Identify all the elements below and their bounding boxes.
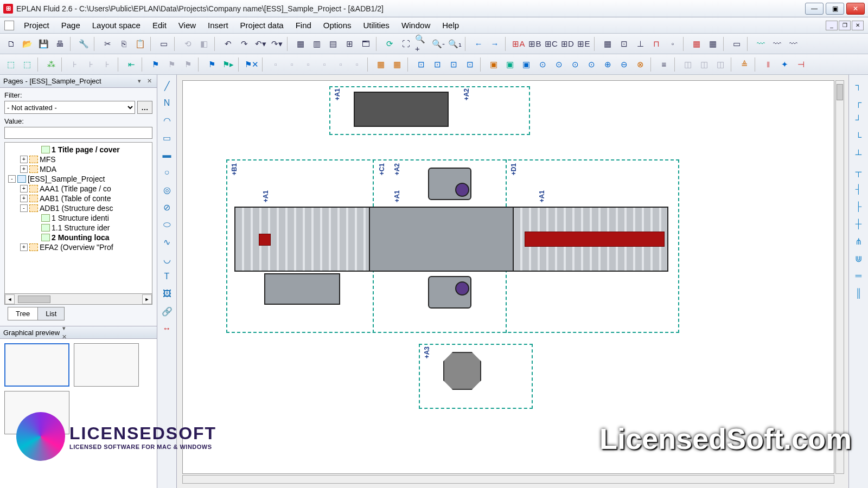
part-8-button[interactable]: ⊕: [600, 57, 615, 72]
filter-select[interactable]: - Not activated -: [4, 101, 135, 114]
settings-button[interactable]: 🔧: [76, 36, 91, 52]
report-button[interactable]: ≡: [656, 57, 672, 72]
mdi-minimize-button[interactable]: _: [826, 21, 838, 30]
valve-button[interactable]: ≜: [737, 57, 752, 72]
expand-icon[interactable]: +: [20, 243, 28, 251]
branch-icon[interactable]: ⋔: [852, 234, 866, 248]
macro-4-button[interactable]: ▫: [317, 57, 332, 72]
conn-se-icon[interactable]: └: [852, 130, 866, 144]
t-left-icon[interactable]: ┤: [852, 182, 866, 196]
part-4-button[interactable]: ⊙: [535, 57, 550, 72]
scroll-left-icon[interactable]: ◄: [5, 294, 15, 304]
open-button[interactable]: 📂: [20, 36, 35, 52]
flag-go-button[interactable]: ⚑▸: [220, 57, 235, 72]
macro-1-button[interactable]: ▫: [268, 57, 283, 72]
circle-tool-icon[interactable]: ○: [159, 165, 175, 180]
signal3-button[interactable]: 〰: [786, 36, 801, 52]
close-button[interactable]: ✕: [846, 3, 865, 15]
rect-tool-icon[interactable]: ▭: [159, 130, 175, 145]
value-input[interactable]: [4, 127, 152, 139]
menu-utilities[interactable]: Utilities: [358, 19, 395, 31]
bus-icon[interactable]: ═: [852, 269, 866, 283]
flag-3-button[interactable]: ⚑: [180, 57, 195, 72]
flag-x-button[interactable]: ⚑✕: [244, 57, 259, 72]
window-button[interactable]: 🗔: [358, 36, 373, 52]
zoom-window-button[interactable]: ⛶: [398, 36, 413, 52]
tab-tree[interactable]: Tree: [8, 307, 38, 320]
macro-3-button[interactable]: ▫: [301, 57, 316, 72]
nav-pages-button[interactable]: ⬚: [3, 57, 18, 72]
xtra1-button[interactable]: ◫: [680, 57, 695, 72]
nav-pages2-button[interactable]: ⬚: [20, 57, 35, 72]
nav-fwd-button[interactable]: →: [487, 36, 502, 52]
expand-icon[interactable]: +: [20, 165, 28, 173]
signal2-button[interactable]: 〰: [769, 36, 784, 52]
dimension-tool-icon[interactable]: ↔: [159, 321, 175, 336]
grid2-button[interactable]: ▥: [309, 36, 324, 52]
filter-more-button[interactable]: …: [137, 101, 152, 114]
wire-b-button[interactable]: ✦: [777, 57, 792, 72]
canvas-vscroll[interactable]: [835, 80, 844, 474]
save-button[interactable]: 💾: [36, 36, 51, 52]
layer-2-button[interactable]: ▦: [705, 36, 720, 52]
branch2-icon[interactable]: ⋓: [852, 252, 866, 266]
grid-snap-button[interactable]: ▦: [600, 36, 615, 52]
t-right-icon[interactable]: ├: [852, 200, 866, 214]
tree-row[interactable]: -ADB1 (Structure desc: [5, 203, 152, 213]
menu-edit[interactable]: Edit: [147, 19, 172, 31]
wire-g-button[interactable]: ⊣: [793, 57, 808, 72]
tree-row[interactable]: +AAB1 (Table of conte: [5, 194, 152, 203]
menu-options[interactable]: Options: [318, 19, 357, 31]
diagonal-tool-icon[interactable]: ⊘: [159, 200, 175, 215]
menu-view[interactable]: View: [173, 19, 201, 31]
comp-4-button[interactable]: ⊡: [462, 57, 477, 72]
macro-6-button[interactable]: ▫: [349, 57, 365, 72]
menu-layoutspace[interactable]: Layout space: [87, 19, 146, 31]
preview-thumb[interactable]: [4, 343, 69, 387]
cut-button[interactable]: ✂: [100, 36, 115, 52]
sym-1-button[interactable]: ▦: [373, 57, 388, 72]
menu-project[interactable]: Project: [18, 19, 55, 31]
copy-button[interactable]: ⎘: [116, 36, 131, 52]
tree-scrollbar[interactable]: ◄ ►: [4, 294, 152, 305]
menu-window[interactable]: Window: [396, 19, 436, 31]
scroll-right-icon[interactable]: ►: [142, 294, 152, 304]
arc-tool-icon[interactable]: ◠: [159, 113, 175, 128]
nav-back-button[interactable]: ←: [471, 36, 486, 52]
arc2-tool-icon[interactable]: ◡: [159, 252, 175, 267]
menu-help[interactable]: Help: [437, 19, 464, 31]
new-button[interactable]: 🗋: [3, 36, 18, 52]
sym-2-button[interactable]: ▦: [390, 57, 405, 72]
select-button[interactable]: ▭: [156, 36, 171, 52]
zoom-in-button[interactable]: 🔍+: [414, 36, 430, 52]
text-tool-icon[interactable]: T: [159, 269, 175, 284]
signal-button[interactable]: 〰: [753, 36, 768, 52]
t-up-icon[interactable]: ┴: [852, 147, 866, 162]
page-first-button[interactable]: ⇤: [124, 57, 139, 72]
tab-list[interactable]: List: [38, 307, 65, 320]
line-tool-icon[interactable]: ╱: [159, 78, 175, 93]
expand-icon[interactable]: +: [20, 156, 28, 163]
expand-icon[interactable]: +: [20, 195, 28, 202]
t-down-icon[interactable]: ┬: [852, 165, 866, 179]
preview-thumb[interactable]: [74, 343, 139, 387]
ellipse-tool-icon[interactable]: ⬭: [159, 217, 175, 232]
xtra3-button[interactable]: ◫: [713, 57, 728, 72]
part-2-button[interactable]: ▣: [502, 57, 518, 72]
snap-e-button[interactable]: ⊞E: [576, 36, 591, 52]
preview-pin-icon[interactable]: ▾: [60, 324, 68, 332]
flag-2-button[interactable]: ⚑: [164, 57, 179, 72]
undo-list-button[interactable]: ↶▾: [253, 36, 268, 52]
snap-c-button[interactable]: ⊞C: [544, 36, 559, 52]
tree-row[interactable]: +AAA1 (Title page / co: [5, 184, 152, 194]
rotate-button[interactable]: ⟲: [180, 36, 195, 52]
dim-2-button[interactable]: ⊦: [84, 57, 99, 72]
spline-tool-icon[interactable]: ∿: [159, 234, 175, 249]
menu-insert[interactable]: Insert: [202, 19, 234, 31]
tree-row[interactable]: 1.1 Structure ider: [5, 223, 152, 233]
paste-button[interactable]: 📋: [132, 36, 148, 52]
part-6-button[interactable]: ⊙: [567, 57, 583, 72]
snap-a-button[interactable]: ⊞A: [511, 36, 526, 52]
print-button[interactable]: 🖶: [52, 36, 67, 52]
menu-page[interactable]: Page: [56, 19, 86, 31]
